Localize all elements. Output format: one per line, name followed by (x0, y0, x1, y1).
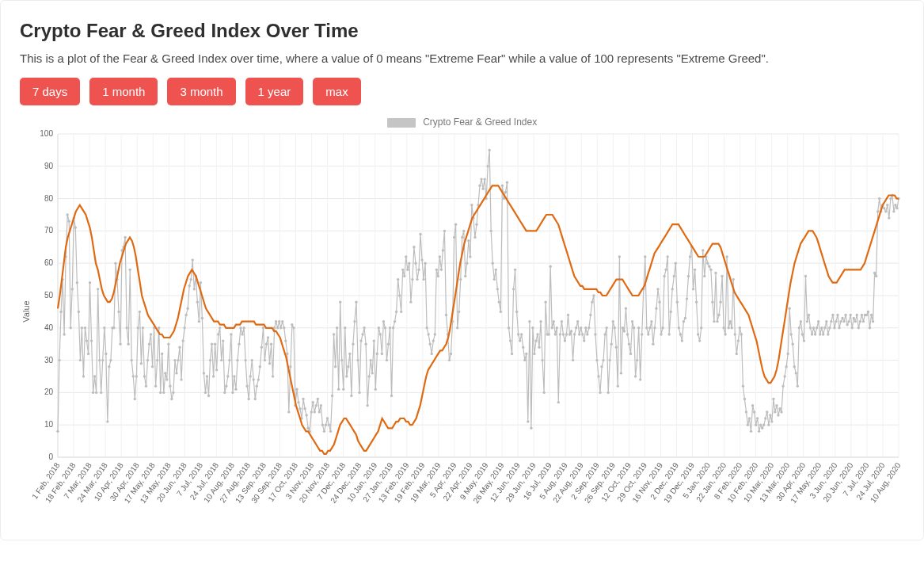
svg-point-223 (203, 372, 205, 374)
svg-point-230 (214, 343, 216, 345)
svg-point-303 (331, 395, 333, 397)
svg-point-569 (758, 430, 760, 433)
svg-point-414 (509, 339, 511, 342)
svg-point-466 (592, 294, 595, 296)
svg-point-622 (842, 320, 845, 323)
range-1m-button[interactable]: 1 month (89, 78, 158, 105)
svg-point-537 (706, 262, 709, 265)
svg-point-306 (336, 326, 338, 329)
svg-point-327 (370, 359, 372, 361)
svg-point-464 (589, 314, 591, 316)
svg-point-640 (872, 320, 874, 323)
svg-point-407 (498, 300, 500, 303)
svg-point-274 (284, 339, 287, 342)
svg-point-367 (434, 333, 436, 335)
svg-point-285 (302, 398, 304, 400)
svg-point-366 (432, 339, 435, 342)
svg-point-491 (633, 326, 635, 329)
svg-point-301 (328, 424, 330, 426)
svg-point-171 (119, 343, 121, 345)
svg-point-559 (742, 385, 744, 387)
svg-point-157 (97, 288, 99, 290)
svg-point-542 (714, 272, 717, 274)
chart-plot: Value 01020304050607080901001 Feb, 20181… (20, 129, 905, 533)
svg-point-358 (419, 233, 421, 235)
svg-point-598 (804, 275, 807, 277)
svg-point-612 (827, 333, 829, 335)
svg-point-534 (702, 249, 704, 251)
range-max-button[interactable]: max (313, 78, 360, 105)
svg-point-178 (131, 359, 133, 361)
svg-point-456 (576, 320, 579, 323)
svg-point-256 (256, 385, 258, 387)
svg-point-338 (387, 343, 390, 345)
svg-point-331 (376, 353, 378, 355)
svg-point-387 (466, 262, 468, 265)
svg-point-239 (228, 359, 230, 361)
svg-point-288 (306, 427, 309, 429)
svg-point-236 (223, 391, 226, 394)
svg-point-204 (172, 391, 174, 394)
svg-point-425 (527, 420, 529, 422)
svg-point-372 (442, 249, 444, 251)
svg-point-395 (478, 185, 481, 187)
svg-point-248 (242, 326, 245, 329)
svg-point-200 (165, 378, 168, 380)
svg-point-165 (109, 359, 112, 361)
svg-point-266 (272, 375, 274, 377)
svg-point-261 (264, 359, 266, 361)
svg-point-639 (870, 314, 873, 316)
svg-point-603 (812, 326, 815, 329)
svg-point-566 (753, 410, 755, 413)
svg-point-513 (667, 333, 670, 335)
svg-point-443 (556, 326, 558, 329)
svg-point-176 (127, 343, 129, 345)
svg-point-529 (694, 269, 696, 271)
svg-point-476 (608, 359, 610, 361)
svg-point-555 (736, 353, 738, 355)
svg-point-381 (456, 326, 458, 329)
svg-point-543 (716, 320, 718, 323)
svg-point-592 (795, 372, 797, 374)
svg-point-509 (661, 326, 664, 329)
svg-point-548 (724, 333, 726, 335)
range-1y-button[interactable]: 1 year (245, 78, 304, 105)
svg-point-519 (678, 326, 680, 329)
range-7d-button[interactable]: 7 days (20, 78, 80, 105)
svg-point-573 (764, 417, 766, 419)
svg-point-627 (851, 326, 854, 329)
svg-point-322 (361, 333, 363, 335)
svg-point-398 (483, 178, 485, 180)
svg-point-493 (636, 359, 638, 361)
svg-point-628 (853, 317, 855, 319)
svg-point-273 (283, 326, 285, 329)
svg-point-517 (675, 262, 677, 265)
svg-point-232 (217, 333, 219, 335)
svg-point-502 (650, 320, 652, 323)
svg-point-590 (792, 343, 794, 345)
svg-point-315 (350, 395, 352, 397)
svg-point-279 (292, 326, 295, 329)
svg-point-431 (536, 333, 538, 335)
svg-point-149 (84, 326, 86, 329)
svg-point-313 (347, 365, 349, 368)
svg-point-242 (233, 375, 235, 377)
svg-point-310 (342, 388, 344, 391)
svg-point-570 (759, 424, 762, 426)
svg-point-480 (615, 346, 618, 349)
svg-point-532 (698, 339, 701, 342)
svg-point-226 (207, 395, 210, 397)
svg-point-544 (717, 314, 720, 316)
svg-point-392 (473, 236, 476, 239)
svg-point-153 (90, 339, 93, 342)
svg-point-406 (496, 288, 499, 290)
svg-point-606 (817, 320, 819, 323)
svg-point-156 (95, 391, 97, 394)
svg-point-448 (564, 339, 566, 342)
svg-point-276 (287, 410, 290, 413)
svg-point-203 (170, 398, 173, 400)
svg-point-341 (392, 326, 394, 329)
svg-point-319 (356, 359, 359, 361)
range-3m-button[interactable]: 3 month (167, 78, 235, 105)
svg-point-457 (578, 333, 580, 335)
